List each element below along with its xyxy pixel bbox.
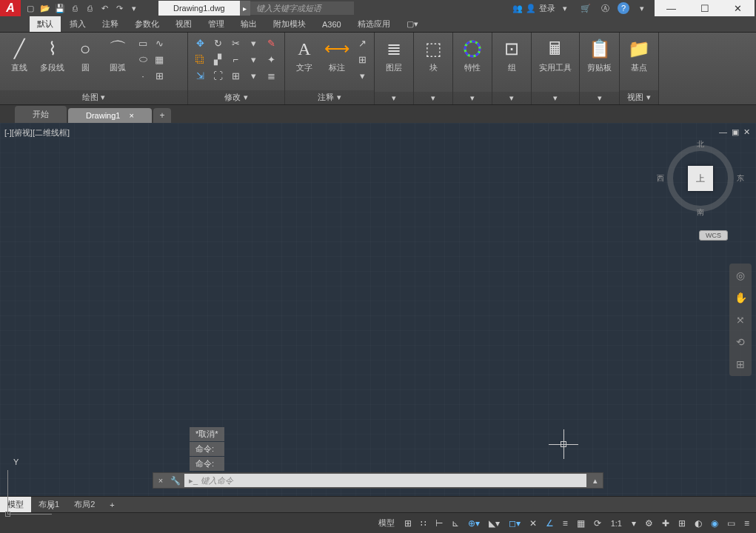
trim-icon[interactable]: ✂ bbox=[228, 36, 243, 50]
undo-icon[interactable]: ↶ bbox=[98, 1, 111, 15]
drawing-viewport[interactable]: [-][俯视][二维线框] — ▣ ✕ 上 北 南 西 东 WCS ◎ ✋ ⤧ … bbox=[0, 123, 756, 496]
tab-start[interactable]: 开始 bbox=[15, 106, 67, 123]
group-button[interactable]: ⊡组 bbox=[497, 36, 526, 75]
grid-icon[interactable]: ⊞ bbox=[401, 516, 415, 531]
infer-icon[interactable]: ⊢ bbox=[432, 516, 446, 531]
status-model-label[interactable]: 模型 bbox=[374, 515, 399, 531]
tab-extra-icon[interactable]: ▢▾ bbox=[399, 17, 426, 31]
tab-close-icon[interactable]: × bbox=[129, 111, 133, 120]
help-icon[interactable]: ? bbox=[618, 2, 629, 14]
cmdline-customize-icon[interactable]: 🔧 bbox=[168, 473, 183, 488]
tab-a360[interactable]: A360 bbox=[315, 18, 349, 31]
tab-manage[interactable]: 管理 bbox=[201, 16, 232, 32]
array-icon[interactable]: ⊞ bbox=[228, 68, 243, 83]
open-icon[interactable]: 📂 bbox=[39, 1, 52, 15]
leader-icon[interactable]: ↗ bbox=[355, 36, 369, 50]
move-icon[interactable]: ✥ bbox=[193, 36, 207, 50]
tab-insert[interactable]: 插入 bbox=[62, 16, 93, 32]
cmdline-recent-icon[interactable]: ▴ bbox=[588, 473, 603, 488]
circle-button[interactable]: ○圆 bbox=[70, 36, 100, 75]
showmotion-icon[interactable]: ⊞ bbox=[732, 355, 749, 373]
tab-annotate[interactable]: 注释 bbox=[95, 16, 126, 32]
tab-view[interactable]: 视图 bbox=[168, 16, 199, 32]
copy-icon[interactable]: ⿻ bbox=[193, 52, 207, 67]
viewport-maximize-icon[interactable]: ▣ bbox=[732, 127, 739, 137]
ellipse-icon[interactable]: ⬭ bbox=[136, 52, 150, 67]
redo-icon[interactable]: ↷ bbox=[113, 1, 126, 15]
app-logo[interactable]: A bbox=[0, 0, 21, 16]
panel-annotation-title[interactable]: 注释 ▾ bbox=[285, 90, 374, 104]
rect-icon[interactable]: ▭ bbox=[136, 36, 150, 50]
zoom-extents-icon[interactable]: ⤧ bbox=[732, 311, 749, 329]
polar-icon[interactable]: ⊕▾ bbox=[464, 516, 484, 531]
dimension-button[interactable]: ⟷标注 bbox=[322, 36, 352, 75]
table-icon[interactable]: ⊞ bbox=[355, 52, 369, 67]
app-store-icon[interactable]: Ⓐ bbox=[598, 1, 612, 15]
snap-icon[interactable]: ∷ bbox=[417, 516, 430, 531]
arc-button[interactable]: ⌒圆弧 bbox=[103, 36, 133, 75]
panel-draw-title[interactable]: 绘图 ▾ bbox=[0, 90, 187, 104]
hatch-icon[interactable]: ▦ bbox=[152, 52, 167, 67]
hardware-accel-icon[interactable]: ◉ bbox=[707, 516, 722, 531]
mirror-icon[interactable]: ▞ bbox=[210, 52, 225, 67]
panel-clipboard-expand[interactable]: ▾ bbox=[580, 92, 619, 104]
rotate-icon[interactable]: ↻ bbox=[210, 36, 225, 50]
layers-button[interactable]: ≣图层 bbox=[379, 36, 409, 75]
otrack-icon[interactable]: ∠ bbox=[542, 516, 558, 531]
pan-icon[interactable]: ✋ bbox=[732, 289, 749, 306]
utilities-button[interactable]: 🖩实用工具 bbox=[536, 36, 575, 75]
tab-output[interactable]: 输出 bbox=[233, 16, 264, 32]
search-input[interactable]: 键入关键字或短语 bbox=[250, 1, 354, 15]
layout-tab-add[interactable]: + bbox=[102, 498, 121, 512]
signin-button[interactable]: 👥👤登录▾ bbox=[506, 1, 573, 16]
tab-parametric[interactable]: 参数化 bbox=[127, 16, 167, 32]
help-dropdown-icon[interactable]: ▾ bbox=[635, 1, 649, 15]
viewcube[interactable]: 上 北 南 西 东 bbox=[667, 145, 734, 212]
tab-addins[interactable]: 附加模块 bbox=[266, 16, 313, 32]
clipboard-button[interactable]: 📋剪贴板 bbox=[584, 36, 615, 75]
viewcube-top[interactable]: 上 bbox=[688, 166, 713, 191]
tab-featured[interactable]: 精选应用 bbox=[350, 16, 398, 32]
orbit-icon[interactable]: ⟲ bbox=[732, 333, 749, 351]
polyline-button[interactable]: ⌇多段线 bbox=[37, 36, 67, 75]
panel-modify-title[interactable]: 修改 ▾ bbox=[188, 90, 284, 104]
panel-block-expand[interactable]: ▾ bbox=[414, 92, 452, 104]
qat-dropdown-icon[interactable]: ▾ bbox=[127, 1, 141, 15]
text-button[interactable]: A文字 bbox=[290, 36, 319, 75]
gear-icon[interactable]: ⚙ bbox=[641, 516, 657, 531]
customize-icon[interactable]: ≡ bbox=[740, 516, 753, 531]
tab-drawing1[interactable]: Drawing1× bbox=[68, 108, 152, 123]
scale-icon[interactable]: ⛶ bbox=[210, 68, 225, 83]
line-button[interactable]: ╱直线 bbox=[4, 36, 34, 75]
workspace-icon[interactable]: ⊞ bbox=[675, 516, 689, 531]
panel-utilities-expand[interactable]: ▾ bbox=[532, 92, 579, 104]
exchange-icon[interactable]: 🛒 bbox=[579, 1, 592, 15]
erase-icon[interactable]: ✎ bbox=[264, 36, 278, 50]
wcs-badge[interactable]: WCS bbox=[699, 230, 728, 241]
clean-screen-icon[interactable]: ▭ bbox=[723, 516, 739, 531]
layout-tab-layout2[interactable]: 布局2 bbox=[67, 497, 102, 512]
close-button[interactable]: ✕ bbox=[721, 0, 755, 16]
osnap-icon[interactable]: ◻▾ bbox=[505, 516, 524, 531]
ortho-icon[interactable]: ⊾ bbox=[448, 516, 463, 531]
baseview-button[interactable]: 📁基点 bbox=[624, 36, 654, 75]
status-scale[interactable]: 1:1 bbox=[606, 517, 626, 530]
new-icon[interactable]: ▢ bbox=[24, 1, 37, 15]
save-icon[interactable]: 💾 bbox=[53, 1, 67, 15]
transparency-icon[interactable]: ▦ bbox=[573, 516, 589, 531]
cmdline-close-icon[interactable]: × bbox=[153, 473, 168, 488]
viewport-close-icon[interactable]: ✕ bbox=[743, 127, 750, 137]
anno-monitor-icon[interactable]: ✚ bbox=[658, 516, 673, 531]
offset-icon[interactable]: ≣ bbox=[264, 68, 278, 83]
steering-wheel-icon[interactable]: ◎ bbox=[732, 266, 749, 284]
fillet-icon[interactable]: ⌐ bbox=[228, 52, 243, 67]
command-input[interactable]: ▸_键入命令 bbox=[184, 474, 586, 487]
point-icon[interactable]: · bbox=[136, 68, 150, 83]
maximize-button[interactable]: ☐ bbox=[688, 0, 721, 16]
lineweight-icon[interactable]: ≡ bbox=[559, 516, 572, 531]
viewport-label[interactable]: [-][俯视][二维线框] bbox=[4, 127, 70, 138]
viewport-minimize-icon[interactable]: — bbox=[719, 127, 727, 137]
title-arrow-icon[interactable]: ▸ bbox=[240, 1, 250, 16]
stretch-icon[interactable]: ⇲ bbox=[193, 68, 207, 83]
new-tab-button[interactable]: + bbox=[153, 108, 171, 123]
